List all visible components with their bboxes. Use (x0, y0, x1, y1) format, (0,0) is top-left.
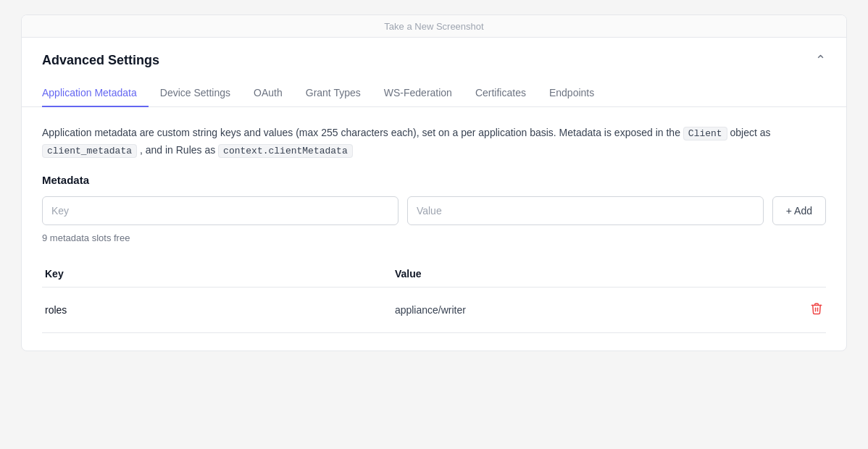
table-row: roles appliance/writer (42, 288, 826, 333)
tab-ws-federation[interactable]: WS-Federation (372, 80, 464, 107)
tab-oauth[interactable]: OAuth (242, 80, 294, 107)
tab-content: Application metadata are custom string k… (22, 107, 846, 351)
client-code: Client (683, 127, 727, 140)
tab-endpoints[interactable]: Endpoints (538, 80, 606, 107)
tabs-bar: Application Metadata Device Settings OAu… (22, 80, 846, 107)
delete-icon[interactable] (807, 299, 826, 321)
top-bar-label: Take a New Screenshot (384, 21, 483, 32)
top-bar: Take a New Screenshot (22, 15, 846, 38)
tab-device-settings[interactable]: Device Settings (149, 80, 242, 107)
section-title: Advanced Settings (42, 53, 159, 68)
row-value: appliance/writer (395, 304, 807, 316)
tab-certificates[interactable]: Certificates (464, 80, 538, 107)
metadata-label: Metadata (42, 174, 826, 186)
description-part1: Application metadata are custom string k… (42, 127, 683, 138)
value-input[interactable] (407, 196, 764, 225)
context-client-metadata-code: context.clientMetadata (218, 144, 353, 158)
collapse-icon[interactable]: ⌃ (815, 52, 826, 68)
metadata-input-row: + Add (42, 196, 826, 225)
add-button[interactable]: + Add (772, 196, 826, 225)
key-input[interactable] (42, 196, 398, 225)
tab-application-metadata[interactable]: Application Metadata (42, 80, 149, 107)
client-metadata-code: client_metadata (42, 144, 137, 158)
description-part2: object as (730, 127, 771, 138)
table-header: Key Value (42, 261, 826, 288)
description-text: Application metadata are custom string k… (42, 125, 826, 159)
section-header: Advanced Settings ⌃ (22, 38, 846, 80)
table-header-value: Value (395, 268, 826, 280)
table-header-key: Key (42, 268, 395, 280)
advanced-settings-panel: Take a New Screenshot Advanced Settings … (21, 14, 847, 351)
row-key: roles (42, 304, 395, 316)
slots-text: 9 metadata slots free (42, 232, 826, 243)
description-part3: , and in Rules as (140, 144, 218, 156)
tab-grant-types[interactable]: Grant Types (294, 80, 372, 107)
